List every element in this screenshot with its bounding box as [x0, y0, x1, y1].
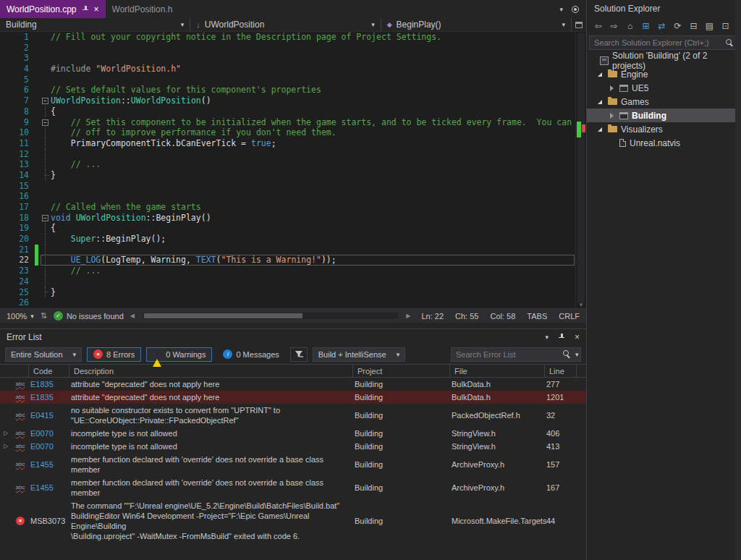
error-code[interactable]: E0415 [29, 410, 69, 420]
code-line[interactable]: 1// Fill out your copyright notice in th… [0, 32, 575, 43]
code-line[interactable]: 26 [0, 297, 575, 308]
scope-dropdown[interactable]: Entire Solution ▾ [5, 347, 82, 362]
code-line[interactable]: 15 [0, 181, 575, 192]
fold-margin[interactable] [41, 32, 51, 43]
fold-margin[interactable] [41, 138, 51, 149]
switch-views-icon[interactable]: ⊞ [641, 21, 651, 31]
tree-arrow-icon[interactable] [598, 98, 604, 105]
fold-margin[interactable] [41, 223, 51, 234]
properties-icon[interactable]: ⊡ [721, 21, 730, 31]
code-line[interactable]: 21 [0, 245, 575, 255]
column-header-file[interactable]: File [450, 365, 545, 377]
chevron-down-icon[interactable]: ▾ [575, 351, 579, 358]
fold-margin[interactable] [41, 202, 51, 213]
code-line[interactable]: 8{ [0, 106, 575, 117]
collapse-region-icon[interactable]: − [42, 215, 48, 221]
error-code[interactable]: E1455 [29, 459, 69, 470]
tree-arrow-icon[interactable] [598, 71, 604, 77]
fold-margin[interactable] [41, 127, 51, 138]
fold-margin[interactable] [41, 297, 51, 308]
editor-vertical-scrollbar[interactable]: ▾ [575, 32, 586, 308]
error-row[interactable]: ▷abcE0070incomplete type is not allowedB… [0, 427, 586, 440]
error-code[interactable]: E1835 [29, 392, 69, 402]
tab-worldposition-cpp[interactable]: WorldPosition.cpp × [0, 0, 106, 18]
scroll-left-icon[interactable]: ◀ [130, 313, 135, 319]
fold-margin[interactable] [41, 255, 51, 266]
error-code[interactable]: E1835 [29, 379, 69, 389]
collapse-region-icon[interactable]: − [42, 98, 48, 104]
zoom-select[interactable]: 100% ▾ [7, 312, 34, 321]
error-row[interactable]: abcE0415no suitable constructor exists t… [0, 404, 586, 427]
fold-margin[interactable] [41, 106, 51, 117]
pin-icon[interactable] [82, 6, 89, 13]
tree-item-solution-building-2-of-2-projects[interactable]: Solution 'Building' (2 of 2 projects) [587, 54, 741, 67]
tab-list-dropdown-icon[interactable]: ▾ [559, 6, 563, 13]
filter-button[interactable] [290, 347, 308, 362]
code-line[interactable]: 24 [0, 276, 575, 287]
tree-arrow-icon[interactable] [609, 112, 616, 119]
horizontal-scrollbar[interactable] [143, 313, 398, 319]
code-line[interactable]: 17// Called when the game starts [0, 202, 575, 213]
line-indicator[interactable]: Ln: 22 [421, 312, 444, 321]
error-row[interactable]: abcE1455member function declared with 'o… [0, 453, 586, 476]
column-indicator[interactable]: Col: 58 [490, 312, 515, 321]
search-icon[interactable] [563, 350, 571, 358]
column-header-icons[interactable] [0, 365, 29, 377]
code-line[interactable]: 11 PrimaryComponentTick.bCanEverTick = t… [0, 138, 575, 149]
code-line[interactable]: 23 // ... [0, 266, 575, 276]
code-line[interactable]: 14} [0, 170, 575, 181]
home-icon[interactable]: ⌂ [625, 21, 635, 31]
type-dropdown[interactable]: ↓ UWorldPosition ▾ [190, 18, 381, 31]
tree-item-games[interactable]: Games [587, 95, 741, 109]
column-header-project[interactable]: Project [353, 365, 450, 377]
fold-margin[interactable] [41, 191, 51, 202]
scroll-right-icon[interactable]: ▶ [406, 313, 410, 319]
fold-margin[interactable] [41, 170, 51, 181]
refresh-icon[interactable]: ⟳ [673, 21, 682, 31]
code-line[interactable]: 18−void UWorldPosition::BeginPlay() [0, 213, 575, 224]
fold-margin[interactable]: − [41, 117, 51, 128]
fold-margin[interactable] [41, 149, 51, 160]
eol-indicator[interactable]: CRLF [559, 312, 580, 321]
error-code[interactable]: E1455 [29, 483, 69, 493]
code-line[interactable]: 19{ [0, 223, 575, 234]
code-line[interactable]: 20 Super::BeginPlay(); [0, 234, 575, 245]
panel-splitter[interactable] [0, 323, 586, 328]
fold-margin[interactable]: − [41, 213, 51, 224]
fold-margin[interactable] [41, 64, 51, 75]
fold-margin[interactable] [41, 159, 51, 170]
show-all-files-icon[interactable]: ▤ [705, 21, 714, 31]
close-icon[interactable]: × [575, 332, 580, 342]
search-icon[interactable] [726, 39, 734, 47]
fold-margin[interactable] [41, 245, 51, 255]
scrollbar-thumb[interactable] [577, 33, 585, 302]
member-dropdown[interactable]: ◆ BeginPlay() ▾ [381, 18, 572, 31]
code-line[interactable]: 5 [0, 75, 575, 85]
tree-item-unreal-natvis[interactable]: Unreal.natvis [587, 136, 741, 150]
tree-arrow-icon[interactable] [598, 126, 604, 132]
error-row[interactable]: abcE1835attribute "deprecated" does not … [0, 378, 586, 391]
error-code[interactable]: E0070 [29, 428, 69, 438]
fold-margin[interactable] [41, 75, 51, 85]
code-line[interactable]: 2 [0, 43, 575, 54]
code-line[interactable]: 25} [0, 287, 575, 298]
fold-margin[interactable] [41, 181, 51, 192]
fold-margin[interactable] [41, 43, 51, 54]
solution-explorer-title-bar[interactable]: Solution Explorer [587, 0, 741, 17]
horizontal-scrollbar-thumb[interactable] [144, 313, 302, 318]
code-line[interactable]: 13 // ... [0, 159, 575, 170]
code-line[interactable]: 22 UE_LOG(LogTemp, Warning, TEXT("This i… [0, 255, 575, 266]
error-search-input[interactable] [456, 350, 559, 359]
errors-filter-button[interactable]: × 8 Errors [87, 347, 141, 362]
collapse-all-icon[interactable]: ⊟ [689, 21, 698, 31]
close-icon[interactable]: × [94, 6, 99, 13]
code-line[interactable]: 6// Sets default values for this compone… [0, 85, 575, 96]
code-line[interactable]: 4#include "WorldPosition.h" [0, 64, 575, 75]
pin-icon[interactable] [558, 334, 565, 341]
error-row[interactable]: ▷abcE0070incomplete type is not allowedB… [0, 440, 586, 453]
collapse-region-icon[interactable]: − [42, 119, 48, 126]
tree-item-ue5[interactable]: UE5 [587, 81, 741, 95]
column-header-description[interactable]: Description [69, 365, 353, 377]
code-line[interactable]: 7−UWorldPosition::UWorldPosition() [0, 96, 575, 106]
split-editor-icon[interactable] [575, 22, 583, 28]
